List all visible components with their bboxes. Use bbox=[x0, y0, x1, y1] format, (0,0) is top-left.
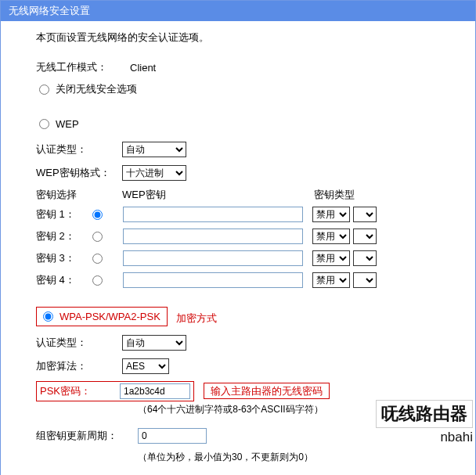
disable-security-radio[interactable] bbox=[39, 85, 49, 95]
watermark-url: nbahi bbox=[440, 430, 473, 445]
key-2-extra[interactable] bbox=[353, 229, 377, 244]
psk-input[interactable] bbox=[120, 383, 190, 399]
key-header: 密钥选择 WEP密钥 密钥类型 bbox=[36, 188, 452, 202]
key-4-label: 密钥 4： bbox=[36, 273, 92, 287]
panel-title: 无线网络安全设置 bbox=[1, 1, 475, 21]
key-4-extra[interactable] bbox=[353, 272, 377, 288]
key-4-input[interactable] bbox=[123, 272, 303, 288]
key-row-4: 密钥 4： 禁用 bbox=[36, 272, 452, 288]
watermark-text: 呒线路由器 bbox=[376, 400, 473, 428]
key-select-header: 密钥选择 bbox=[36, 188, 122, 202]
mode-value: Client bbox=[130, 62, 156, 74]
mode-label: 无线工作模式： bbox=[36, 60, 122, 74]
group-key-row: 组密钥更新周期： bbox=[36, 427, 452, 444]
key-2-radio[interactable] bbox=[92, 232, 103, 242]
wpa-auth-select[interactable]: 自动 bbox=[122, 335, 186, 351]
key-1-label: 密钥 1： bbox=[36, 207, 92, 221]
key-4-type[interactable]: 禁用 bbox=[312, 272, 350, 288]
key-4-radio[interactable] bbox=[92, 275, 103, 286]
psk-annotation: 输入主路由器的无线密码 bbox=[204, 383, 330, 399]
wep-label: WEP bbox=[56, 118, 79, 130]
key-3-label: 密钥 3： bbox=[36, 251, 92, 265]
key-2-type[interactable]: 禁用 bbox=[312, 229, 350, 244]
psk-box: PSK密码： bbox=[36, 381, 194, 401]
wep-radio[interactable] bbox=[39, 119, 49, 129]
key-row-3: 密钥 3： 禁用 bbox=[36, 250, 452, 266]
wpa-row: WPA-PSK/WPA2-PSK 加密方式 bbox=[36, 294, 452, 334]
key-1-input[interactable] bbox=[123, 207, 303, 222]
description: 本页面设置无线网络的安全认证选项。 bbox=[36, 31, 452, 45]
wep-format-select[interactable]: 十六进制 bbox=[122, 165, 186, 181]
key-row-1: 密钥 1： 禁用 bbox=[36, 207, 452, 222]
wpa-annotation: 加密方式 bbox=[176, 312, 217, 324]
key-2-label: 密钥 2： bbox=[36, 229, 92, 243]
wpa-auth-label: 认证类型： bbox=[36, 336, 122, 350]
wep-auth-row: 认证类型： 自动 bbox=[36, 141, 452, 158]
key-1-radio[interactable] bbox=[92, 210, 103, 220]
key-1-type[interactable]: 禁用 bbox=[312, 207, 350, 222]
wep-format-row: WEP密钥格式： 十六进制 bbox=[36, 164, 452, 182]
wpa-option-box[interactable]: WPA-PSK/WPA2-PSK bbox=[36, 307, 168, 326]
key-3-extra[interactable] bbox=[353, 250, 377, 266]
wep-format-label: WEP密钥格式： bbox=[36, 166, 122, 180]
mode-row: 无线工作模式： Client bbox=[36, 59, 452, 76]
group-key-label: 组密钥更新周期： bbox=[36, 429, 138, 443]
psk-row-wrapper: PSK密码： 输入主路由器的无线密码 bbox=[36, 381, 452, 401]
wep-option[interactable]: WEP bbox=[39, 118, 452, 130]
wep-auth-select[interactable]: 自动 bbox=[122, 142, 186, 157]
key-row-2: 密钥 2： 禁用 bbox=[36, 229, 452, 244]
wpa-label: WPA-PSK/WPA2-PSK bbox=[60, 311, 160, 322]
wpa-radio[interactable] bbox=[43, 311, 53, 322]
disable-security-option[interactable]: 关闭无线安全选项 bbox=[39, 82, 452, 96]
key-3-radio[interactable] bbox=[92, 254, 103, 264]
algorithm-row: 加密算法： AES bbox=[36, 358, 452, 375]
wep-key-header: WEP密钥 bbox=[122, 188, 314, 202]
wep-auth-label: 认证类型： bbox=[36, 142, 122, 157]
disable-security-label: 关闭无线安全选项 bbox=[56, 82, 137, 96]
psk-label: PSK密码： bbox=[37, 384, 120, 398]
key-type-header: 密钥类型 bbox=[314, 188, 355, 202]
key-3-type[interactable]: 禁用 bbox=[312, 250, 350, 266]
wpa-auth-row: 认证类型： 自动 bbox=[36, 334, 452, 351]
group-key-hint: （单位为秒，最小值为30，不更新则为0） bbox=[138, 451, 452, 464]
key-3-input[interactable] bbox=[123, 250, 303, 266]
key-1-extra[interactable] bbox=[353, 207, 377, 222]
group-key-input[interactable] bbox=[138, 428, 207, 444]
algorithm-label: 加密算法： bbox=[36, 359, 122, 373]
algorithm-select[interactable]: AES bbox=[122, 358, 169, 374]
key-2-input[interactable] bbox=[123, 229, 303, 244]
